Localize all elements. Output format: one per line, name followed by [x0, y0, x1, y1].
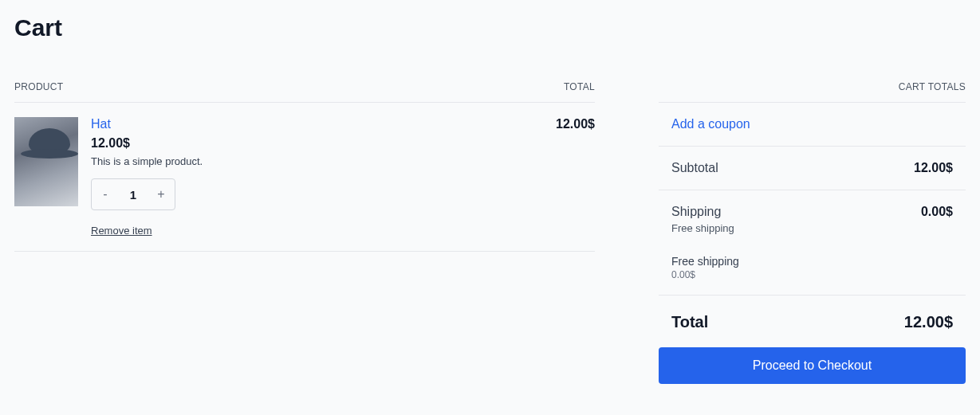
line-total: 12.00$ [531, 117, 595, 237]
shipping-option: Free shipping 0.00$ [659, 249, 966, 296]
header-total: TOTAL [564, 81, 595, 92]
product-info: Hat 12.00$ This is a simple product. - +… [91, 117, 518, 237]
shipping-value: 0.00$ [921, 205, 953, 219]
product-image[interactable] [14, 117, 78, 206]
cart-item-row: Hat 12.00$ This is a simple product. - +… [14, 103, 595, 252]
shipping-method: Free shipping [671, 222, 734, 234]
total-value: 12.00$ [904, 313, 953, 331]
total-label: Total [671, 313, 708, 331]
quantity-decrease-button[interactable]: - [92, 179, 119, 209]
quantity-stepper: - + [91, 178, 175, 210]
cart-totals-header: CART TOTALS [659, 81, 966, 103]
subtotal-row: Subtotal 12.00$ [659, 147, 966, 190]
shipping-left: Shipping Free shipping [671, 205, 734, 234]
header-product: PRODUCT [14, 81, 63, 92]
cart-items-section: PRODUCT TOTAL Hat 12.00$ This is a simpl… [14, 81, 595, 384]
shipping-label: Shipping [671, 205, 734, 219]
remove-item-link[interactable]: Remove item [91, 225, 152, 237]
cart-layout: PRODUCT TOTAL Hat 12.00$ This is a simpl… [14, 81, 966, 384]
subtotal-label: Subtotal [671, 161, 718, 175]
coupon-row: Add a coupon [659, 103, 966, 147]
total-row: Total 12.00$ [659, 296, 966, 341]
quantity-increase-button[interactable]: + [148, 179, 175, 209]
proceed-to-checkout-button[interactable]: Proceed to Checkout [659, 347, 966, 384]
shipping-option-name: Free shipping [671, 255, 953, 268]
page-title: Cart [14, 14, 966, 41]
subtotal-value: 12.00$ [914, 161, 953, 175]
product-name-link[interactable]: Hat [91, 117, 518, 131]
product-unit-price: 12.00$ [91, 136, 518, 151]
shipping-option-price: 0.00$ [671, 269, 953, 280]
cart-column-headers: PRODUCT TOTAL [14, 81, 595, 103]
add-coupon-link[interactable]: Add a coupon [671, 117, 750, 131]
product-description: This is a simple product. [91, 155, 518, 167]
cart-totals-section: CART TOTALS Add a coupon Subtotal 12.00$… [659, 81, 966, 384]
shipping-row: Shipping Free shipping 0.00$ [659, 190, 966, 249]
quantity-input[interactable] [119, 188, 148, 202]
